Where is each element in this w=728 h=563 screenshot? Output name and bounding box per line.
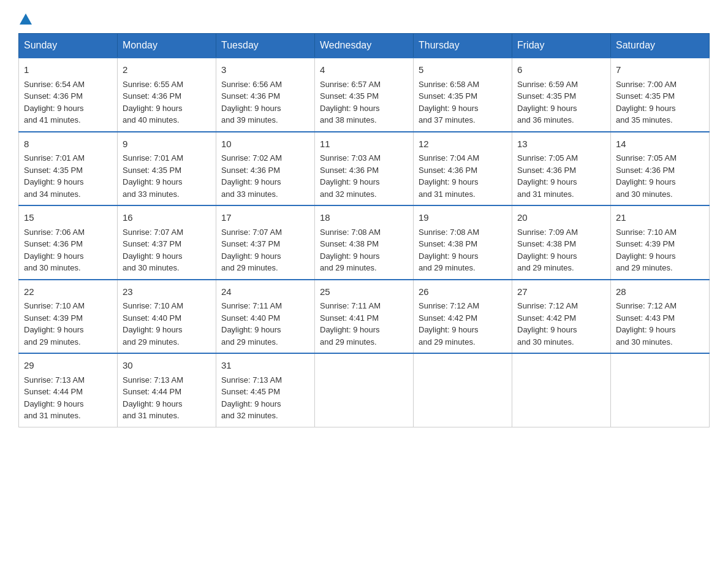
cell-sunset: Sunset: 4:40 PM — [123, 313, 181, 323]
calendar-cell: 13Sunrise: 7:05 AMSunset: 4:36 PMDayligh… — [512, 132, 611, 206]
cell-daylight-cont: and 30 minutes. — [24, 263, 81, 272]
cell-daylight-cont: and 37 minutes. — [419, 115, 476, 124]
calendar-cell: 8Sunrise: 7:01 AMSunset: 4:35 PMDaylight… — [19, 132, 118, 206]
calendar-cell: 25Sunrise: 7:11 AMSunset: 4:41 PMDayligh… — [315, 280, 414, 354]
calendar-cell: 22Sunrise: 7:10 AMSunset: 4:39 PMDayligh… — [19, 280, 118, 354]
cell-daylight: Daylight: 9 hours — [616, 251, 676, 261]
cell-daylight-cont: and 38 minutes. — [320, 115, 377, 124]
calendar-cell: 28Sunrise: 7:12 AMSunset: 4:43 PMDayligh… — [611, 280, 710, 354]
calendar-cell — [414, 353, 512, 427]
day-number: 15 — [24, 211, 112, 225]
cell-daylight-cont: and 36 minutes. — [517, 115, 574, 124]
column-header-thursday: Thursday — [414, 34, 512, 58]
week-row-3: 15Sunrise: 7:06 AMSunset: 4:36 PMDayligh… — [19, 205, 710, 280]
cell-daylight-cont: and 32 minutes. — [221, 411, 278, 420]
cell-daylight: Daylight: 9 hours — [24, 251, 84, 261]
cell-daylight-cont: and 29 minutes. — [221, 263, 278, 272]
calendar-cell: 3Sunrise: 6:56 AMSunset: 4:36 PMDaylight… — [216, 58, 315, 132]
cell-sunset: Sunset: 4:44 PM — [24, 387, 83, 396]
cell-sunrise: Sunrise: 6:55 AM — [123, 80, 183, 89]
cell-sunset: Sunset: 4:35 PM — [320, 91, 379, 101]
cell-sunrise: Sunrise: 7:12 AM — [419, 301, 479, 310]
day-number: 27 — [517, 285, 605, 299]
day-number: 29 — [24, 359, 112, 373]
cell-daylight: Daylight: 9 hours — [517, 177, 577, 186]
cell-daylight: Daylight: 9 hours — [320, 325, 380, 334]
calendar-cell: 14Sunrise: 7:05 AMSunset: 4:36 PMDayligh… — [611, 132, 710, 206]
cell-sunrise: Sunrise: 7:10 AM — [24, 301, 85, 310]
cell-daylight: Daylight: 9 hours — [221, 325, 281, 334]
calendar-cell: 6Sunrise: 6:59 AMSunset: 4:35 PMDaylight… — [512, 58, 611, 132]
cell-sunset: Sunset: 4:36 PM — [123, 91, 181, 101]
cell-daylight-cont: and 30 minutes. — [616, 337, 673, 347]
cell-daylight: Daylight: 9 hours — [24, 104, 84, 113]
cell-daylight: Daylight: 9 hours — [24, 399, 84, 408]
cell-daylight: Daylight: 9 hours — [221, 177, 281, 186]
cell-daylight: Daylight: 9 hours — [517, 251, 577, 261]
cell-daylight-cont: and 29 minutes. — [320, 263, 377, 272]
column-header-monday: Monday — [118, 34, 216, 58]
day-number: 24 — [221, 285, 309, 299]
calendar-cell — [611, 353, 710, 427]
cell-sunrise: Sunrise: 6:56 AM — [221, 80, 282, 89]
column-header-saturday: Saturday — [611, 34, 710, 58]
cell-sunset: Sunset: 4:36 PM — [419, 166, 477, 175]
cell-daylight-cont: and 40 minutes. — [123, 115, 180, 124]
day-number: 16 — [123, 211, 211, 225]
cell-sunset: Sunset: 4:43 PM — [616, 313, 675, 323]
calendar-cell: 15Sunrise: 7:06 AMSunset: 4:36 PMDayligh… — [19, 205, 118, 280]
cell-daylight: Daylight: 9 hours — [419, 325, 479, 334]
cell-daylight-cont: and 29 minutes. — [221, 337, 278, 347]
cell-sunrise: Sunrise: 7:10 AM — [123, 301, 183, 310]
calendar-cell — [315, 353, 414, 427]
day-number: 14 — [616, 137, 704, 151]
cell-sunrise: Sunrise: 7:05 AM — [616, 153, 677, 163]
cell-sunset: Sunset: 4:40 PM — [221, 313, 280, 323]
cell-daylight-cont: and 31 minutes. — [517, 190, 574, 199]
cell-sunrise: Sunrise: 7:13 AM — [123, 375, 183, 385]
cell-daylight: Daylight: 9 hours — [320, 104, 380, 113]
day-number: 10 — [221, 137, 309, 151]
cell-sunrise: Sunrise: 6:59 AM — [517, 80, 578, 89]
cell-daylight-cont: and 30 minutes. — [123, 263, 180, 272]
cell-daylight: Daylight: 9 hours — [123, 104, 183, 113]
cell-sunrise: Sunrise: 6:57 AM — [320, 80, 381, 89]
cell-sunrise: Sunrise: 7:02 AM — [221, 153, 282, 163]
cell-daylight-cont: and 39 minutes. — [221, 115, 278, 124]
column-header-wednesday: Wednesday — [315, 34, 414, 58]
week-row-4: 22Sunrise: 7:10 AMSunset: 4:39 PMDayligh… — [19, 280, 710, 354]
cell-sunrise: Sunrise: 7:01 AM — [24, 153, 85, 163]
cell-sunset: Sunset: 4:39 PM — [24, 313, 83, 323]
cell-daylight: Daylight: 9 hours — [221, 104, 281, 113]
day-number: 13 — [517, 137, 605, 151]
calendar-cell: 2Sunrise: 6:55 AMSunset: 4:36 PMDaylight… — [118, 58, 216, 132]
day-number: 5 — [419, 63, 507, 77]
day-number: 30 — [123, 359, 211, 373]
cell-daylight-cont: and 30 minutes. — [616, 190, 673, 199]
cell-sunrise: Sunrise: 7:08 AM — [419, 228, 479, 237]
cell-sunrise: Sunrise: 7:09 AM — [517, 228, 578, 237]
calendar-cell: 27Sunrise: 7:12 AMSunset: 4:42 PMDayligh… — [512, 280, 611, 354]
cell-sunset: Sunset: 4:35 PM — [616, 91, 675, 101]
cell-sunset: Sunset: 4:36 PM — [320, 166, 379, 175]
cell-sunset: Sunset: 4:35 PM — [419, 91, 477, 101]
cell-daylight-cont: and 33 minutes. — [221, 190, 278, 199]
cell-sunrise: Sunrise: 7:04 AM — [419, 153, 479, 163]
day-number: 3 — [221, 63, 309, 77]
calendar-cell: 11Sunrise: 7:03 AMSunset: 4:36 PMDayligh… — [315, 132, 414, 206]
calendar-cell: 12Sunrise: 7:04 AMSunset: 4:36 PMDayligh… — [414, 132, 512, 206]
day-number: 21 — [616, 211, 704, 225]
cell-daylight: Daylight: 9 hours — [616, 177, 676, 186]
cell-sunrise: Sunrise: 7:07 AM — [221, 228, 282, 237]
cell-sunrise: Sunrise: 6:54 AM — [24, 80, 85, 89]
day-number: 2 — [123, 63, 211, 77]
day-number: 8 — [24, 137, 112, 151]
day-number: 1 — [24, 63, 112, 77]
calendar-cell: 5Sunrise: 6:58 AMSunset: 4:35 PMDaylight… — [414, 58, 512, 132]
cell-daylight: Daylight: 9 hours — [419, 251, 479, 261]
cell-sunset: Sunset: 4:44 PM — [123, 387, 181, 396]
cell-sunset: Sunset: 4:37 PM — [123, 239, 181, 248]
cell-daylight-cont: and 29 minutes. — [320, 337, 377, 347]
day-number: 4 — [320, 63, 408, 77]
calendar-table: SundayMondayTuesdayWednesdayThursdayFrid… — [18, 33, 710, 427]
